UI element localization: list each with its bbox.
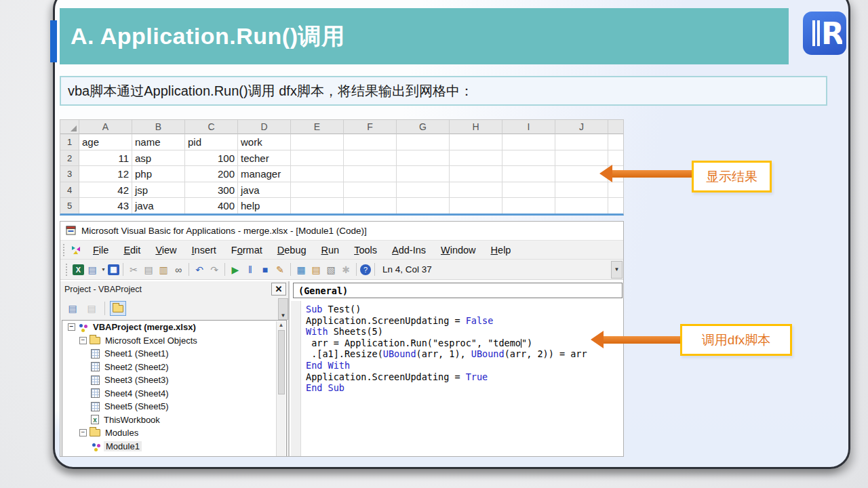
row-header-4[interactable]: 4 — [60, 182, 79, 199]
cell[interactable] — [397, 182, 450, 199]
cell[interactable]: manager — [238, 166, 291, 182]
cell[interactable] — [555, 198, 608, 214]
collapse-icon[interactable]: − — [79, 429, 87, 436]
cell[interactable] — [291, 134, 344, 150]
cell[interactable] — [344, 198, 397, 214]
cell[interactable] — [450, 182, 502, 199]
col-header-G[interactable]: G — [397, 120, 450, 134]
cell[interactable]: techer — [238, 150, 291, 167]
toolbar-scroll-down-button[interactable]: ▼ — [611, 261, 623, 279]
toolbox-icon[interactable]: ✱ — [339, 263, 353, 276]
col-header-H[interactable]: H — [450, 120, 502, 134]
cell[interactable]: 200 — [185, 166, 238, 182]
col-header-B[interactable]: B — [132, 120, 185, 134]
scroll-up-icon[interactable]: ▲ — [279, 322, 284, 328]
menu-edit[interactable]: Edit — [116, 243, 148, 258]
redo-icon[interactable]: ↷ — [208, 263, 221, 276]
row-header-1[interactable]: 1 — [60, 134, 79, 150]
col-header-C[interactable]: C — [185, 120, 238, 134]
cell[interactable] — [450, 134, 502, 150]
cell[interactable]: 400 — [185, 198, 238, 214]
col-header-I[interactable]: I — [502, 120, 555, 134]
menu-view[interactable]: View — [148, 243, 184, 258]
view-form-icon[interactable]: ▤ — [85, 263, 99, 276]
cell[interactable]: 42 — [79, 182, 132, 199]
menu-run[interactable]: Run — [314, 243, 347, 258]
menu-window[interactable]: Window — [433, 243, 484, 258]
cell[interactable] — [450, 150, 502, 167]
cell[interactable] — [502, 166, 555, 182]
menu-file[interactable]: File — [85, 243, 116, 258]
tree-item-thisworkbook[interactable]: xThisWorkbook — [62, 413, 286, 427]
cell[interactable] — [344, 166, 397, 182]
tree-item-vbaproject-merge-xlsx[interactable]: −VBAProject (merge.xlsx) — [62, 321, 286, 334]
col-header-F[interactable]: F — [344, 120, 397, 134]
cell[interactable]: pid — [185, 134, 238, 150]
tree-item-sheet2-sheet2[interactable]: Sheet2 (Sheet2) — [62, 361, 286, 374]
menu-format[interactable]: Format — [224, 243, 270, 258]
cell[interactable] — [555, 150, 608, 167]
cell[interactable] — [502, 182, 555, 199]
project-toolbar-scroll-icon[interactable]: ▼ — [278, 298, 288, 320]
col-header-A[interactable]: A — [79, 120, 132, 134]
menu-help[interactable]: Help — [484, 243, 519, 258]
code-editor[interactable]: Sub Test()Application.ScreenUpdating = F… — [306, 304, 623, 456]
menu-tools[interactable]: Tools — [347, 243, 384, 258]
menu-debug[interactable]: Debug — [270, 243, 314, 258]
cell[interactable] — [344, 150, 397, 167]
view-object-icon[interactable]: ▤ — [83, 301, 100, 316]
cell[interactable]: 100 — [185, 150, 238, 167]
cell[interactable]: php — [132, 166, 185, 182]
cell[interactable] — [502, 150, 555, 167]
col-header-E[interactable]: E — [291, 120, 344, 134]
general-dropdown[interactable]: (General) — [293, 283, 623, 298]
cell[interactable] — [291, 198, 344, 214]
tree-item-sheet4-sheet4[interactable]: Sheet4 (Sheet4) — [62, 387, 286, 401]
cell[interactable] — [502, 198, 555, 214]
view-code-icon[interactable]: ▤ — [64, 301, 81, 316]
help-icon[interactable]: ? — [360, 264, 371, 275]
object-browser-icon[interactable]: ▧ — [324, 263, 338, 276]
cell[interactable] — [291, 150, 344, 167]
cell[interactable] — [555, 182, 608, 199]
row-header-3[interactable]: 3 — [60, 166, 79, 182]
cell[interactable] — [555, 134, 608, 150]
cell[interactable]: age — [79, 134, 132, 150]
cut-icon[interactable]: ✂ — [127, 263, 140, 276]
project-tree-scrollbar[interactable]: ▲ — [276, 321, 285, 456]
cell[interactable]: jsp — [132, 182, 185, 199]
cell[interactable] — [397, 198, 450, 214]
cell[interactable] — [397, 134, 450, 150]
cell[interactable]: name — [132, 134, 185, 150]
scrollbar-thumb[interactable] — [278, 330, 285, 394]
pause-icon[interactable]: ‖ — [243, 263, 257, 276]
copy-icon[interactable]: ▤ — [142, 263, 155, 276]
tree-item-modules[interactable]: −Modules — [62, 426, 286, 440]
undo-icon[interactable]: ↶ — [193, 263, 206, 276]
excel-icon[interactable]: X — [73, 264, 84, 275]
project-explorer-icon[interactable]: ▦ — [294, 263, 308, 276]
cell[interactable] — [450, 166, 502, 182]
cell[interactable] — [291, 182, 344, 199]
cell[interactable] — [344, 134, 397, 150]
paste-icon[interactable]: ▥ — [157, 263, 170, 276]
run-icon[interactable]: ▶ — [229, 263, 242, 276]
cell[interactable]: help — [238, 198, 291, 214]
tree-item-sheet1-sheet1[interactable]: Sheet1 (Sheet1) — [62, 347, 286, 361]
cell[interactable] — [291, 166, 344, 182]
cell[interactable]: work — [238, 134, 291, 150]
properties-icon[interactable]: ▤ — [309, 263, 323, 276]
tree-item-microsoft-excel-objects[interactable]: −Microsoft Excel Objects — [62, 334, 286, 348]
cell[interactable]: 300 — [185, 182, 238, 199]
menu-add-ins[interactable]: Add-Ins — [384, 243, 433, 258]
find-icon[interactable]: ∞ — [172, 263, 185, 276]
row-header-5[interactable]: 5 — [60, 198, 79, 214]
cell[interactable]: java — [238, 182, 291, 199]
cell[interactable]: asp — [132, 150, 185, 167]
dropdown-arrow-icon[interactable]: ▼ — [100, 263, 106, 276]
cell[interactable]: 11 — [79, 150, 132, 167]
cell[interactable] — [344, 182, 397, 199]
collapse-icon[interactable]: − — [79, 337, 87, 344]
tree-item-module1[interactable]: Module1 — [62, 440, 286, 453]
save-icon[interactable]: ▦ — [108, 264, 119, 275]
